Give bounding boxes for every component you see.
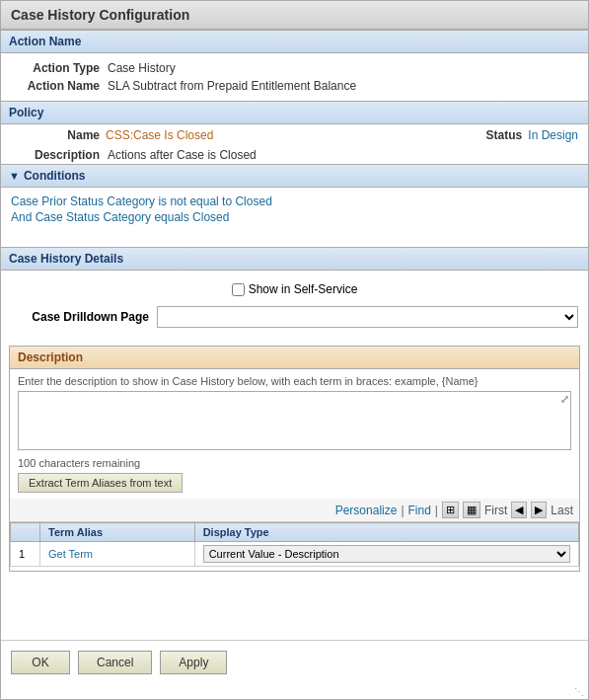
conditions-icon: ▼ bbox=[9, 170, 20, 182]
description-section: Description Enter the description to sho… bbox=[9, 346, 580, 572]
conditions-label: Conditions bbox=[24, 169, 86, 183]
row-num: 1 bbox=[11, 542, 40, 567]
sep2: | bbox=[435, 504, 438, 517]
extract-term-aliases-button[interactable]: Extract Term Aliases from text bbox=[18, 473, 183, 493]
apply-button[interactable]: Apply bbox=[160, 651, 227, 674]
col-term-alias-header: Term Alias bbox=[40, 523, 195, 542]
col-display-type-header: Display Type bbox=[194, 523, 578, 542]
action-type-label: Action Type bbox=[11, 61, 100, 75]
policy-status-label: Status bbox=[433, 128, 522, 142]
drilldown-label: Case Drilldown Page bbox=[11, 310, 149, 324]
action-name-content: Action Type Case History Action Name SLA… bbox=[1, 53, 588, 101]
action-name-value: SLA Subtract from Prepaid Entitlement Ba… bbox=[108, 79, 356, 93]
policy-content: Name CSS:Case Is Closed Status In Design… bbox=[1, 124, 588, 164]
grid-toolbar: Personalize | Find | ⊞ ▦ First ◀ ▶ Last bbox=[10, 499, 579, 522]
case-history-details-header: Case History Details bbox=[1, 247, 588, 271]
footer-buttons: OK Cancel Apply bbox=[1, 640, 588, 684]
policy-desc-value: Actions after Case is Closed bbox=[108, 148, 257, 162]
drilldown-select[interactable]: Option 1 Option 2 bbox=[157, 306, 578, 328]
grid-view-btn[interactable]: ▦ bbox=[463, 502, 480, 518]
display-type-cell: Current Value - Description Current Valu… bbox=[194, 542, 578, 567]
show-self-service-row: Show in Self-Service bbox=[11, 276, 578, 302]
description-body: Enter the description to show in Case Hi… bbox=[10, 369, 579, 499]
display-type-select[interactable]: Current Value - Description Current Valu… bbox=[203, 545, 570, 563]
policy-status-value: In Design bbox=[528, 128, 578, 142]
condition-line-2: And Case Status Category equals Closed bbox=[11, 209, 578, 225]
policy-status-row: Status In Design bbox=[433, 128, 578, 142]
show-self-service-label: Show in Self-Service bbox=[249, 282, 358, 296]
policy-name-label: Name bbox=[11, 128, 100, 142]
last-label: Last bbox=[551, 504, 573, 517]
condition-line-1: Case Prior Status Category is not equal … bbox=[11, 194, 578, 209]
sep1: | bbox=[401, 504, 404, 517]
show-self-service-checkbox[interactable] bbox=[232, 283, 245, 296]
prev-btn[interactable]: ◀ bbox=[511, 502, 527, 518]
policy-section-header: Policy bbox=[1, 101, 588, 124]
action-name-label: Action Name bbox=[11, 79, 100, 93]
description-textarea-wrap: ⤢ bbox=[18, 391, 571, 453]
case-history-details-content: Show in Self-Service Case Drilldown Page… bbox=[1, 271, 588, 342]
chars-remaining: 100 characters remaining bbox=[18, 457, 571, 469]
drilldown-row: Case Drilldown Page Option 1 Option 2 bbox=[11, 302, 578, 336]
policy-name-row: Name CSS:Case Is Closed bbox=[11, 128, 213, 142]
main-window: Case History Configuration Action Name A… bbox=[0, 0, 589, 700]
personalize-link[interactable]: Personalize bbox=[335, 504, 398, 517]
policy-desc-label: Description bbox=[11, 148, 100, 162]
window-title: Case History Configuration bbox=[1, 1, 588, 30]
table-header-row: Term Alias Display Type bbox=[11, 523, 579, 542]
action-type-value: Case History bbox=[108, 61, 176, 75]
table-row: 1 Get Term Current Value - Description C… bbox=[11, 542, 579, 567]
description-hint: Enter the description to show in Case Hi… bbox=[18, 375, 571, 387]
view-all-btn[interactable]: ⊞ bbox=[442, 502, 459, 518]
col-num-header bbox=[11, 523, 40, 542]
next-btn[interactable]: ▶ bbox=[531, 502, 547, 518]
action-type-row: Action Type Case History bbox=[11, 59, 578, 77]
resize-corner: ⋱ bbox=[1, 684, 588, 699]
expand-icon[interactable]: ⤢ bbox=[560, 393, 569, 406]
description-textarea[interactable] bbox=[18, 391, 571, 450]
get-term-link[interactable]: Get Term bbox=[40, 542, 195, 567]
conditions-content: Case Prior Status Category is not equal … bbox=[1, 188, 588, 247]
first-label: First bbox=[484, 504, 507, 517]
find-link[interactable]: Find bbox=[408, 504, 431, 517]
description-section-header: Description bbox=[10, 347, 579, 369]
ok-button[interactable]: OK bbox=[11, 651, 70, 674]
action-name-section-header: Action Name bbox=[1, 30, 588, 53]
policy-name-value[interactable]: CSS:Case Is Closed bbox=[106, 128, 213, 142]
action-name-row: Action Name SLA Subtract from Prepaid En… bbox=[11, 77, 578, 95]
conditions-section-header: ▼ Conditions bbox=[1, 164, 588, 188]
term-aliases-table: Term Alias Display Type 1 Get Term Curre… bbox=[10, 522, 579, 567]
cancel-button[interactable]: Cancel bbox=[78, 651, 152, 674]
